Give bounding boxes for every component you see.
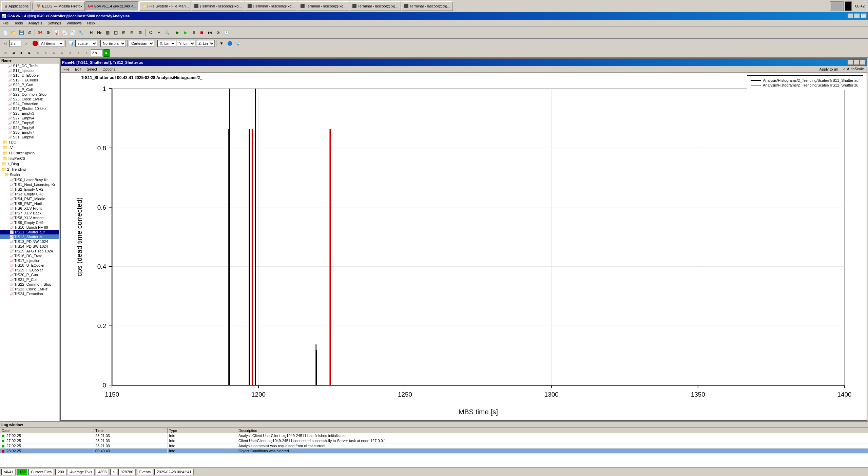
- nav-next-btn[interactable]: ▶: [26, 49, 33, 57]
- browser-item-3[interactable]: 📈S19_I_ECooler: [0, 78, 59, 82]
- stop-btn[interactable]: ⏹: [198, 29, 206, 36]
- condition-btn[interactable]: C: [147, 29, 154, 36]
- graph-btn[interactable]: 📊: [67, 40, 75, 47]
- eye2-btn[interactable]: 🔵: [226, 40, 233, 47]
- btn7[interactable]: ▦: [104, 29, 111, 36]
- browser-item-43[interactable]: 📈TrS20_P_Gun: [0, 272, 59, 277]
- next-btn[interactable]: ⏭: [206, 29, 214, 36]
- btn10[interactable]: ⊟: [128, 29, 136, 36]
- browser-item-8[interactable]: 📈S24_Extraction: [0, 101, 59, 106]
- browser-item-39[interactable]: 📈TrS16_DC_Trafo: [0, 253, 59, 258]
- browser-item-19[interactable]: 📁hitsPerCS: [0, 156, 59, 161]
- go4-btn[interactable]: G4 Go4 v6.1.4 @lxg1049 <...: [85, 1, 139, 11]
- browser-item-25[interactable]: 📈TrS2_Empty CH2: [0, 187, 59, 192]
- play-green-btn[interactable]: ▶: [174, 29, 181, 36]
- rate-back-btn[interactable]: ◁: [1, 40, 9, 47]
- panel-menu-options[interactable]: Options: [100, 66, 118, 72]
- browser-item-27[interactable]: 📈TrS4_PMT_Middle: [0, 196, 59, 201]
- panel-close-btn[interactable]: ×: [860, 60, 865, 65]
- browser-item-37[interactable]: 📈TrS14_PD SW 1024: [0, 244, 59, 249]
- browser-item-0[interactable]: 📈S16_DC_Trafo: [0, 63, 59, 68]
- print-btn[interactable]: 🖨: [26, 29, 33, 36]
- browser-item-14[interactable]: 📈S30_Empty7: [0, 130, 59, 135]
- browser-item-10[interactable]: 📈S26_Empty3: [0, 111, 59, 116]
- btn2[interactable]: ⚙: [44, 29, 52, 36]
- go4-logo-btn[interactable]: G4: [36, 29, 44, 36]
- browser-item-28[interactable]: 📈TrS5_PMT_North: [0, 201, 59, 206]
- nav-btn11[interactable]: ○: [83, 49, 90, 57]
- screen-lock-btn[interactable]: [845, 1, 852, 11]
- go4icon-btn[interactable]: G: [214, 29, 222, 36]
- browser-item-36[interactable]: 📈TrS13_PD NW 1024: [0, 239, 59, 244]
- browser-item-13[interactable]: 📈S29_Empty6: [0, 125, 59, 130]
- close-button[interactable]: ×: [861, 14, 867, 18]
- browser-item-17[interactable]: 📁LV: [0, 145, 59, 150]
- btn3[interactable]: 📊: [53, 29, 60, 36]
- btn11[interactable]: ⊠: [136, 29, 144, 36]
- panel-minimize-btn[interactable]: ─: [848, 60, 853, 65]
- browser-item-5[interactable]: 📈S21_P_Coll: [0, 87, 59, 92]
- terminal3-btn[interactable]: ⬛ Terminal - lascool@lxg...: [298, 1, 349, 11]
- panel-menu-select[interactable]: Select: [84, 66, 100, 72]
- scatter-select[interactable]: scatter: [75, 40, 97, 47]
- browser-item-24[interactable]: 📈TrS1_Next_Laserstep Kr: [0, 182, 59, 187]
- nav-btn10[interactable]: ○: [75, 49, 82, 57]
- open-btn[interactable]: 📂: [9, 29, 17, 36]
- clock-btn[interactable]: 🕐: [223, 29, 230, 36]
- menu-help[interactable]: Help: [84, 20, 98, 26]
- zoom-btn[interactable]: 🔍: [163, 29, 171, 36]
- nav-btn9[interactable]: ○: [66, 49, 74, 57]
- menu-windows[interactable]: Windows: [64, 20, 84, 26]
- browser-item-6[interactable]: 📈S22_Common_Stop: [0, 92, 59, 97]
- pause-btn[interactable]: ⏸: [190, 29, 197, 36]
- nav-prev-btn[interactable]: ◀: [9, 49, 17, 57]
- menu-tools[interactable]: Tools: [12, 20, 26, 26]
- minimize-button[interactable]: ─: [848, 14, 853, 18]
- rate-input[interactable]: [9, 40, 21, 47]
- nav-fwd-btn[interactable]: ▷: [34, 49, 41, 57]
- nav-stop-btn[interactable]: ■: [18, 49, 25, 57]
- maximize-button[interactable]: □: [854, 14, 860, 18]
- panel-menu-file[interactable]: File: [61, 66, 72, 72]
- save-btn[interactable]: 💾: [18, 29, 25, 36]
- browser-item-16[interactable]: 📁TDC: [0, 139, 59, 145]
- browser-item-1[interactable]: 📈S17_Injection: [0, 68, 59, 73]
- histo2-btn[interactable]: H₂: [96, 29, 103, 36]
- menu-settings[interactable]: Settings: [45, 20, 64, 26]
- zaxis-select[interactable]: Z: Lin: [196, 40, 215, 47]
- fitter-btn[interactable]: F: [155, 29, 162, 36]
- browser-item-15[interactable]: 📈S31_Empty8: [0, 135, 59, 139]
- terminal2-btn[interactable]: ⬛ [Terminal - lascool@lxg...: [245, 1, 297, 11]
- eye-btn[interactable]: 👁: [218, 40, 225, 47]
- clear-btn[interactable]: [33, 41, 38, 46]
- browser-item-29[interactable]: 📈TrS6_XUV Front: [0, 206, 59, 211]
- browser-item-4[interactable]: 📈S20_P_Gun: [0, 82, 59, 87]
- browser-item-23[interactable]: 📈TrS0_Laser Busy Kr: [0, 177, 59, 182]
- browser-item-7[interactable]: 📈S23_Clock_1MHz: [0, 97, 59, 101]
- browser-item-41[interactable]: 📈TrS18_U_ECooler: [0, 263, 59, 268]
- histo-btn[interactable]: H: [88, 29, 95, 36]
- nav-btn8[interactable]: ○: [58, 49, 66, 57]
- btn6[interactable]: 🔧: [77, 29, 84, 36]
- browser-item-11[interactable]: 📈S27_Empty4: [0, 116, 59, 120]
- browser-item-21[interactable]: 📁2_Trending: [0, 167, 59, 172]
- browser-item-44[interactable]: 📈TrS21_P_Coll: [0, 277, 59, 282]
- browser-item-46[interactable]: 📈TrS23_Clock_1MHz: [0, 287, 59, 291]
- browser-item-20[interactable]: 📁1_Diag: [0, 161, 59, 167]
- allitems-select[interactable]: All items: [39, 40, 64, 47]
- panel-restore-btn[interactable]: □: [854, 60, 859, 65]
- new-btn[interactable]: 📄: [1, 29, 9, 36]
- terminal4-btn[interactable]: ⬛ Terminal - lascool@lxg...: [350, 1, 401, 11]
- errors-select[interactable]: No Errors: [100, 40, 126, 47]
- browser-item-26[interactable]: 📈TrS3_Empty CH3: [0, 192, 59, 196]
- browser-item-45[interactable]: 📈TrS22_Common_Stop: [0, 282, 59, 287]
- rate-fwd-btn[interactable]: ▷: [22, 40, 30, 47]
- terminal5-btn[interactable]: ⬛ Terminal - lascool@lxg...: [402, 1, 453, 11]
- browser-item-40[interactable]: 📈TrS17_Injection: [0, 258, 59, 263]
- browser-item-38[interactable]: 📈TrS15_AFG f_rep 1024: [0, 249, 59, 253]
- menu-analysis[interactable]: Analysis: [25, 20, 45, 26]
- btn8[interactable]: ◫: [112, 29, 119, 36]
- xaxis-select[interactable]: X: Lin: [157, 40, 176, 47]
- browser-item-9[interactable]: 📈S25_Shutter 10 kHz: [0, 106, 59, 111]
- browser-item-34[interactable]: 📈TrS11_Shutter auf: [0, 230, 59, 234]
